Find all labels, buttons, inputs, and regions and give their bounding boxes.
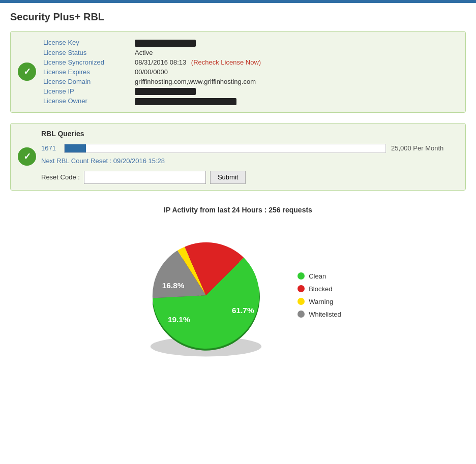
table-row: License Domain griffinhosting.com,www.gr… (41, 77, 457, 86)
field-label: License IP (41, 86, 133, 97)
recheck-link[interactable]: (Recheck License Now) (191, 58, 261, 66)
table-row: License Expires 00/00/0000 (41, 67, 457, 77)
table-row: License IP (41, 86, 457, 97)
green-label: 61.7% (232, 306, 254, 315)
field-label: License Domain (41, 77, 133, 86)
rbl-title: RBL Queries (41, 130, 457, 138)
pie-chart: 61.7% 16.8% 19.1% (135, 224, 277, 366)
reset-code-input[interactable] (84, 171, 206, 184)
reset-code-label: Reset Code : (41, 173, 80, 181)
submit-button[interactable]: Submit (210, 171, 246, 184)
page-title: Security Plus+ RBL (10, 11, 466, 23)
field-value: 00/00/0000 (133, 67, 457, 77)
legend-item-warning: Warning (298, 298, 341, 305)
field-value (133, 38, 457, 48)
legend-item-blocked: Blocked (298, 285, 341, 293)
progress-bar-container (64, 144, 386, 153)
check-icon: ✓ (18, 63, 36, 81)
table-row: License Syncronized 08/31/2016 08:13 (Re… (41, 57, 457, 67)
redacted-value (135, 88, 196, 95)
field-label: License Owner (41, 96, 133, 106)
whitelisted-dot (298, 311, 305, 318)
whitelisted-label: Whitelisted (309, 311, 341, 318)
warning-dot (298, 298, 305, 305)
red-label: 19.1% (168, 315, 190, 324)
field-value: griffinhosting.com,www.griffinhosting.co… (133, 77, 457, 86)
warning-label: Warning (309, 298, 333, 305)
field-label: License Expires (41, 67, 133, 77)
legend-item-clean: Clean (298, 272, 341, 280)
pie-svg: 61.7% 16.8% 19.1% (135, 224, 277, 366)
field-value (133, 86, 457, 97)
chart-area: 61.7% 16.8% 19.1% Clean Blocked Warning (20, 224, 456, 366)
field-label: License Status (41, 48, 133, 57)
progress-max: 25,000 Per Month (391, 144, 457, 152)
table-row: License Key (41, 38, 457, 48)
field-label: License Key (41, 38, 133, 48)
table-row: License Owner (41, 96, 457, 106)
field-value (133, 96, 457, 106)
clean-label: Clean (309, 272, 326, 280)
check-icon-rbl: ✓ (18, 147, 36, 166)
rbl-card: ✓ RBL Queries 1671 25,000 Per Month Next… (10, 123, 466, 191)
next-reset-label: Next RBL Count Reset : 09/20/2016 15:28 (41, 157, 457, 165)
chart-legend: Clean Blocked Warning Whitelisted (298, 272, 341, 318)
legend-item-whitelisted: Whitelisted (298, 311, 341, 318)
license-card: ✓ License Key License Status Active Lice… (10, 31, 466, 113)
table-row: License Status Active (41, 48, 457, 57)
field-value: 08/31/2016 08:13 (Recheck License Now) (133, 57, 457, 67)
gray-label: 16.8% (162, 281, 185, 290)
field-label: License Syncronized (41, 57, 133, 67)
clean-dot (298, 272, 305, 280)
redacted-value (135, 98, 236, 105)
blocked-label: Blocked (309, 285, 332, 293)
progress-row: 1671 25,000 Per Month (41, 144, 457, 153)
reset-code-row: Reset Code : Submit (41, 171, 457, 184)
chart-title: IP Activity from last 24 Hours : 256 req… (20, 206, 456, 214)
page-container: Security Plus+ RBL ✓ License Key License… (0, 3, 476, 380)
field-value: Active (133, 48, 457, 57)
progress-bar-fill (65, 144, 86, 152)
blocked-dot (298, 285, 305, 292)
redacted-value (135, 40, 196, 47)
chart-section: IP Activity from last 24 Hours : 256 req… (10, 201, 466, 372)
rbl-count: 1671 (41, 144, 59, 152)
license-info-table: License Key License Status Active Licens… (41, 38, 457, 106)
